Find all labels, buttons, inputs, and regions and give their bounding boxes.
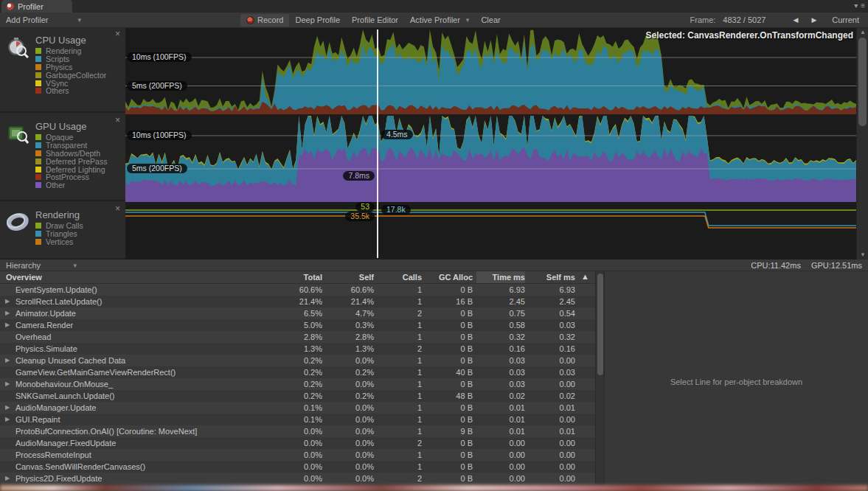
cell-time-ms: 0.75 — [476, 307, 525, 319]
scroll-up-icon[interactable]: ▲ — [857, 28, 868, 37]
grid-label: 5ms (200FPS) — [127, 164, 187, 173]
clear-button[interactable]: Clear — [475, 15, 506, 24]
table-row[interactable]: SNKGameLaunch.Update()0.2%0.2%148 B0.020… — [0, 390, 595, 402]
cell-gc-alloc: 0 B — [421, 355, 473, 366]
function-name: Physics.Simulate — [15, 343, 77, 355]
expand-arrow-icon[interactable]: ▶ — [5, 319, 13, 331]
function-name: Animator.Update — [15, 307, 76, 319]
cell-self: 0.2% — [327, 366, 374, 378]
previous-frame-button[interactable]: ◀ — [786, 16, 805, 24]
table-row[interactable]: Canvas.SendWillRenderCanvases()0.0%0.0%1… — [0, 461, 595, 473]
grid-label: 5ms (200FPS) — [127, 81, 187, 91]
table-row[interactable]: ▶Physics2D.FixedUpdate0.0%0.0%20 B0.000.… — [0, 473, 595, 484]
table-row[interactable]: Overhead2.8%2.8%10 B0.320.32 — [0, 331, 595, 343]
tab-profiler[interactable]: Profiler — [1, 0, 72, 13]
function-name: Overhead — [15, 331, 51, 343]
cell-total: 0.2% — [271, 355, 322, 366]
cell-total: 0.0% — [271, 449, 322, 461]
selected-sample-banner: Selected: CanvasRenderer.OnTransformChan… — [646, 30, 853, 41]
cell-self: 1.3% — [327, 343, 374, 355]
expand-arrow-icon[interactable]: ▶ — [5, 414, 13, 425]
cell-self: 21.4% — [327, 296, 374, 307]
active-profiler-dropdown[interactable]: Active Profiler ▾ — [404, 15, 475, 24]
cell-calls: 1 — [378, 355, 422, 366]
cell-time-ms: 0.03 — [476, 355, 525, 366]
hierarchy-bar: Hierarchy ▾ CPU:11.42ms GPU:12.51ms — [0, 260, 868, 271]
cell-calls: 1 — [378, 319, 422, 331]
cell-calls: 2 — [378, 473, 422, 484]
hierarchy-table: EventSystem.Update()60.6%60.6%10 B6.936.… — [0, 284, 595, 485]
cpu-chart[interactable] — [125, 29, 856, 114]
column-header-overview[interactable]: Overview — [6, 271, 42, 283]
charts-scrollbar[interactable]: ▲ ▼ — [856, 28, 868, 260]
expand-arrow-icon[interactable]: ▶ — [5, 378, 13, 390]
cell-self: 0.0% — [327, 437, 374, 449]
expand-arrow-icon[interactable]: ▶ — [5, 296, 13, 307]
cpu-time-stat: CPU:11.42ms — [751, 261, 801, 270]
sort-arrow-icon[interactable]: ▲ — [581, 272, 589, 281]
current-frame-button[interactable]: Current — [823, 15, 868, 24]
expand-arrow-icon[interactable]: ▶ — [5, 355, 13, 366]
cell-self: 0.3% — [327, 319, 374, 331]
charts-region: ×CPU UsageRenderingScriptsPhysicsGarbage… — [0, 28, 868, 260]
window-menu-icon[interactable]: ≡ — [861, 1, 865, 11]
table-row[interactable]: ▶Camera.Render5.0%0.3%10 B0.580.03 — [0, 319, 595, 331]
deep-profile-button[interactable]: Deep Profile — [289, 15, 346, 24]
cell-total: 0.2% — [271, 366, 322, 378]
gpu-chart[interactable] — [125, 116, 856, 202]
charts-layer: 10ms (100FPS)5ms (200FPS)10ms (100FPS)5m… — [0, 28, 856, 260]
cell-calls: 1 — [378, 378, 422, 390]
selection-marker: 53 — [355, 202, 375, 212]
cell-self-ms: 0.02 — [528, 390, 575, 402]
table-row[interactable]: ▶Animator.Update6.5%4.7%20 B0.750.54 — [0, 307, 595, 319]
table-row[interactable]: AudioManager.FixedUpdate0.0%0.0%20 B0.00… — [0, 437, 595, 449]
rendering-chart[interactable] — [125, 204, 856, 254]
window-dropdown-icon[interactable]: ▾ — [854, 1, 858, 11]
profile-editor-button[interactable]: Profile Editor — [346, 15, 404, 24]
cell-gc-alloc: 0 B — [421, 307, 473, 319]
cell-self-ms: 0.03 — [528, 319, 575, 331]
table-row[interactable]: ▶AudioManager.Update0.1%0.0%10 B0.010.01 — [0, 402, 595, 414]
expand-arrow-icon[interactable]: ▶ — [5, 307, 13, 319]
table-row[interactable]: EventSystem.Update()60.6%60.6%10 B6.936.… — [0, 284, 595, 296]
next-frame-button[interactable]: ▶ — [805, 16, 823, 24]
cell-time-ms: 6.93 — [476, 284, 525, 296]
table-row[interactable]: ▶GUI.Repaint0.1%0.0%10 B0.010.00 — [0, 414, 595, 425]
cell-total: 0.1% — [271, 402, 322, 414]
cell-total: 6.5% — [271, 307, 322, 319]
column-header-calls[interactable]: Calls — [378, 271, 422, 283]
table-row[interactable]: ProtoBufConnection.OnAI() [Coroutine: Mo… — [0, 425, 595, 437]
cell-gc-alloc: 0 B — [421, 437, 473, 449]
active-profiler-label: Active Profiler — [410, 15, 460, 24]
table-scrollbar[interactable] — [595, 271, 605, 485]
record-button[interactable]: Record — [240, 14, 289, 27]
cell-calls: 1 — [378, 366, 422, 378]
function-name: Cleanup Unused Cached Data — [15, 355, 125, 366]
table-scrollbar-thumb[interactable] — [597, 274, 603, 375]
table-row[interactable]: GameView.GetMainGameViewRenderRect()0.2%… — [0, 366, 595, 378]
frame-selection-line[interactable] — [377, 29, 378, 258]
column-header-total[interactable]: Total — [271, 271, 322, 283]
column-header-time-ms[interactable]: Time ms — [476, 271, 525, 283]
cell-self: 0.0% — [327, 355, 374, 366]
scroll-down-icon[interactable]: ▼ — [857, 251, 868, 260]
column-header-gc-alloc[interactable]: GC Alloc — [421, 271, 473, 283]
hierarchy-mode-dropdown[interactable]: Hierarchy ▾ — [0, 261, 83, 270]
charts-scrollbar-thumb[interactable] — [858, 38, 867, 126]
function-name: ProtoBufConnection.OnAI() [Coroutine: Mo… — [15, 425, 197, 437]
table-row[interactable]: Physics.Simulate1.3%1.3%20 B0.160.16 — [0, 343, 595, 355]
table-row[interactable]: ▶ScrollRect.LateUpdate()21.4%21.4%116 B2… — [0, 296, 595, 307]
table-row[interactable]: ▶Cleanup Unused Cached Data0.2%0.0%10 B0… — [0, 355, 595, 366]
add-profiler-dropdown[interactable]: Add Profiler ▾ — [0, 15, 87, 24]
cell-gc-alloc: 9 B — [421, 425, 473, 437]
column-header-self-ms[interactable]: Self ms — [528, 271, 575, 283]
expand-arrow-icon[interactable]: ▶ — [5, 473, 13, 484]
cell-time-ms: 0.32 — [476, 331, 525, 343]
column-header-self[interactable]: Self — [327, 271, 374, 283]
function-name: Monobehaviour.OnMouse_ — [15, 378, 113, 390]
table-row[interactable]: ▶Monobehaviour.OnMouse_0.2%0.0%10 B0.030… — [0, 378, 595, 390]
cell-time-ms: 0.58 — [476, 319, 525, 331]
cell-time-ms: 0.01 — [476, 414, 525, 425]
table-row[interactable]: ProcessRemoteInput0.0%0.0%10 B0.000.00 — [0, 449, 595, 461]
expand-arrow-icon[interactable]: ▶ — [5, 402, 13, 414]
